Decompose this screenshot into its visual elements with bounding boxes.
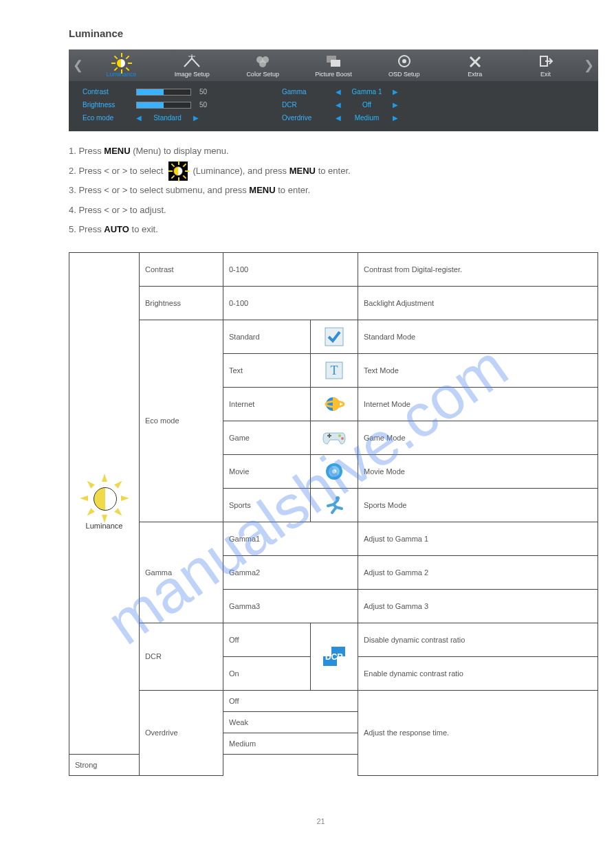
option-cell: Medium bbox=[223, 733, 358, 754]
osd-label: DCR bbox=[282, 101, 327, 109]
svg-rect-7 bbox=[331, 60, 340, 67]
text: 3. Press < or > to select submenu, and p… bbox=[69, 185, 249, 195]
desc-cell: Movie Mode bbox=[358, 454, 598, 488]
setting-cell: DCR bbox=[140, 623, 223, 690]
osd-row-gamma[interactable]: Gamma ◀ Gamma 1 ▶ bbox=[282, 88, 398, 96]
color-setup-icon bbox=[249, 54, 276, 69]
osd-row-eco[interactable]: Eco mode ◀ Standard ▶ bbox=[83, 114, 213, 122]
text: (Menu) to display menu. bbox=[133, 146, 228, 156]
svg-point-5 bbox=[259, 60, 266, 67]
dcr-icon: DCR bbox=[311, 623, 358, 690]
range-cell: 0-100 bbox=[223, 252, 358, 286]
value: 50 bbox=[199, 101, 213, 109]
runner-icon bbox=[311, 488, 358, 522]
gamepad-icon bbox=[311, 421, 358, 454]
desc-cell: Enable dynamic contrast ratio bbox=[358, 656, 598, 690]
osd-row-overdrive[interactable]: Overdrive ◀ Medium ▶ bbox=[282, 114, 398, 122]
arrow-right-icon[interactable]: ▶ bbox=[193, 114, 199, 122]
desc-cell: Backlight Adjustment bbox=[358, 286, 598, 320]
text: 4. Press < or > to adjust. bbox=[69, 201, 573, 221]
option-cell: Sports bbox=[223, 488, 311, 522]
svg-text:T: T bbox=[331, 364, 338, 377]
desc-cell: Adjust the response time. bbox=[358, 690, 598, 775]
arrow-right-icon[interactable]: ▶ bbox=[393, 114, 398, 122]
option-cell: Weak bbox=[223, 711, 358, 733]
text: (Luminance), and press bbox=[193, 166, 289, 176]
picture-boost-icon bbox=[320, 54, 347, 69]
text-icon: T bbox=[311, 353, 358, 387]
text: to enter. bbox=[318, 166, 351, 176]
menu-keyword: MENU bbox=[249, 185, 275, 195]
desc-cell: Text Mode bbox=[358, 353, 598, 387]
osd-label: Contrast bbox=[83, 88, 128, 96]
option-cell: Gamma2 bbox=[223, 555, 358, 589]
tab-label: Color Setup bbox=[246, 71, 279, 78]
extra-icon bbox=[461, 54, 489, 69]
arrow-left-icon[interactable]: ◀ bbox=[336, 114, 341, 122]
range-cell: 0-100 bbox=[223, 286, 358, 320]
tab-label: OSD Setup bbox=[388, 71, 420, 78]
arrow-right-icon[interactable]: ▶ bbox=[393, 88, 398, 96]
osd-tab-extra[interactable]: Extra bbox=[439, 53, 510, 78]
setting-cell: Contrast bbox=[140, 252, 223, 286]
osd-tab-picture[interactable]: Picture Boost bbox=[298, 53, 369, 78]
internet-icon bbox=[311, 387, 358, 421]
option-cell: Movie bbox=[223, 454, 311, 488]
osd-setup-icon bbox=[391, 54, 418, 69]
disc-icon bbox=[311, 454, 358, 488]
desc-cell: Game Mode bbox=[358, 421, 598, 454]
svg-point-20 bbox=[332, 469, 336, 474]
desc-cell: Adjust to Gamma 2 bbox=[358, 555, 598, 589]
desc-cell: Adjust to Gamma 3 bbox=[358, 589, 598, 623]
osd-row-contrast[interactable]: Contrast 50 bbox=[83, 88, 213, 96]
tab-label: Picture Boost bbox=[315, 71, 352, 78]
setting-cell: Eco mode bbox=[140, 320, 223, 522]
slider[interactable] bbox=[136, 102, 191, 109]
setting-cell: Brightness bbox=[140, 286, 223, 320]
osd-label: Eco mode bbox=[83, 114, 128, 122]
slider[interactable] bbox=[136, 89, 191, 96]
text: to exit. bbox=[132, 224, 158, 234]
osd-tab-luminance[interactable]: Luminance bbox=[86, 53, 157, 78]
value: 50 bbox=[199, 88, 213, 96]
option-cell: Game bbox=[223, 421, 311, 454]
instructions: 1. Press MENU (Menu) to display menu. 2.… bbox=[69, 142, 573, 240]
value: Gamma 1 bbox=[348, 88, 386, 96]
menu-keyword: MENU bbox=[104, 146, 130, 156]
option-cell: Standard bbox=[223, 320, 311, 353]
svg-text:DCR: DCR bbox=[325, 652, 343, 662]
osd-tab-image[interactable]: Image Setup bbox=[157, 53, 228, 78]
check-icon bbox=[311, 320, 358, 353]
option-cell: Strong bbox=[69, 754, 223, 775]
osd-tab-osd[interactable]: OSD Setup bbox=[369, 53, 439, 78]
desc-cell: Disable dynamic contrast ratio bbox=[358, 623, 598, 656]
desc-cell: Standard Mode bbox=[358, 320, 598, 353]
option-cell: Off bbox=[223, 690, 358, 711]
option-cell: Internet bbox=[223, 387, 311, 421]
text: 5. Press bbox=[69, 224, 104, 234]
desc-cell: Internet Mode bbox=[358, 387, 598, 421]
svg-point-16 bbox=[338, 434, 341, 437]
osd-tab-exit[interactable]: Exit bbox=[510, 53, 581, 78]
arrow-right-icon[interactable]: ▶ bbox=[393, 101, 398, 109]
osd-row-brightness[interactable]: Brightness 50 bbox=[83, 101, 213, 109]
desc-cell: Sports Mode bbox=[358, 488, 598, 522]
category-cell: Luminance bbox=[69, 252, 140, 754]
osd-label: Overdrive bbox=[282, 114, 327, 122]
osd-label: Gamma bbox=[282, 88, 327, 96]
tab-label: Exit bbox=[540, 71, 551, 78]
exit-icon bbox=[532, 54, 560, 69]
tab-label: Image Setup bbox=[175, 71, 210, 78]
osd-prev-arrow-icon[interactable]: ❮ bbox=[70, 58, 86, 73]
osd-tabbar: ❮ Luminance Image Setup bbox=[69, 49, 598, 81]
page-number: 21 bbox=[69, 817, 573, 825]
osd-tab-color[interactable]: Color Setup bbox=[228, 53, 298, 78]
arrow-left-icon[interactable]: ◀ bbox=[336, 88, 341, 96]
arrow-left-icon[interactable]: ◀ bbox=[336, 101, 341, 109]
option-cell: On bbox=[223, 656, 311, 690]
category-label: Luminance bbox=[86, 522, 123, 530]
arrow-left-icon[interactable]: ◀ bbox=[136, 114, 142, 122]
image-setup-icon bbox=[178, 54, 206, 69]
osd-row-dcr[interactable]: DCR ◀ Off ▶ bbox=[282, 101, 398, 109]
osd-next-arrow-icon[interactable]: ❯ bbox=[581, 58, 597, 73]
